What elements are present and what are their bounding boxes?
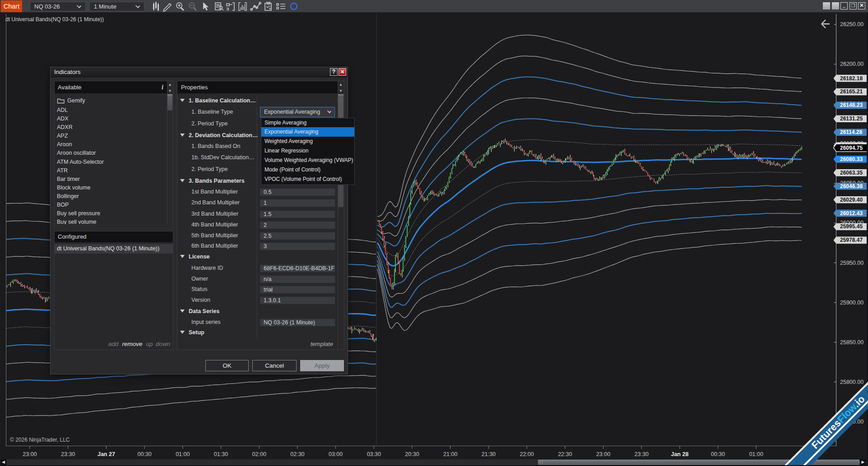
svg-text:25850.00: 25850.00 bbox=[840, 339, 863, 346]
svg-text:26165.21: 26165.21 bbox=[840, 88, 863, 95]
svg-text:26148.23: 26148.23 bbox=[840, 102, 863, 108]
svg-text:21:30: 21:30 bbox=[482, 451, 496, 457]
svg-text:22:00: 22:00 bbox=[520, 451, 534, 457]
svg-text:26200.00: 26200.00 bbox=[840, 61, 863, 67]
svg-text:01:00: 01:00 bbox=[749, 451, 763, 457]
svg-text:25950.00: 25950.00 bbox=[840, 260, 863, 266]
svg-text:03:00: 03:00 bbox=[329, 451, 343, 457]
svg-text:20:30: 20:30 bbox=[405, 451, 419, 457]
svg-text:01:30: 01:30 bbox=[214, 451, 228, 457]
svg-text:26029.40: 26029.40 bbox=[840, 197, 863, 203]
svg-text:26131.25: 26131.25 bbox=[840, 115, 863, 122]
svg-text:02:00: 02:00 bbox=[252, 451, 266, 457]
svg-text:dt Universal Bands(NQ 03-26 (1: dt Universal Bands(NQ 03-26 (1 Minute)) bbox=[5, 16, 104, 23]
svg-text:03:30: 03:30 bbox=[367, 451, 381, 457]
svg-text:26094.75: 26094.75 bbox=[840, 145, 863, 151]
svg-text:26250.00: 26250.00 bbox=[840, 21, 863, 28]
svg-text:25800.00: 25800.00 bbox=[840, 379, 863, 385]
svg-text:© 2026 NinjaTrader, LLC: © 2026 NinjaTrader, LLC bbox=[10, 437, 70, 443]
svg-text:26046.38: 26046.38 bbox=[840, 183, 863, 189]
svg-text:21:00: 21:00 bbox=[443, 451, 457, 457]
svg-text:26182.18: 26182.18 bbox=[840, 75, 863, 82]
svg-text:23:30: 23:30 bbox=[61, 451, 75, 457]
svg-text:23:00: 23:00 bbox=[23, 451, 37, 457]
svg-text:23:00: 23:00 bbox=[596, 451, 610, 457]
svg-text:25900.00: 25900.00 bbox=[840, 300, 863, 306]
svg-text:26114.28: 26114.28 bbox=[840, 129, 863, 135]
svg-text:26080.33: 26080.33 bbox=[840, 156, 863, 162]
svg-text:26012.43: 26012.43 bbox=[840, 210, 863, 217]
svg-text:25978.47: 25978.47 bbox=[840, 237, 863, 243]
svg-text:23:30: 23:30 bbox=[635, 451, 649, 457]
svg-text:Jan 27: Jan 27 bbox=[97, 451, 115, 457]
svg-text:01:00: 01:00 bbox=[176, 451, 190, 457]
svg-text:00:30: 00:30 bbox=[711, 451, 725, 457]
svg-text:26063.35: 26063.35 bbox=[840, 170, 863, 176]
svg-text:22:30: 22:30 bbox=[558, 451, 572, 457]
svg-text:Jan 28: Jan 28 bbox=[671, 451, 688, 457]
svg-text:00:30: 00:30 bbox=[137, 451, 151, 457]
svg-text:25995.45: 25995.45 bbox=[840, 223, 863, 230]
svg-text:02:30: 02:30 bbox=[290, 451, 304, 457]
